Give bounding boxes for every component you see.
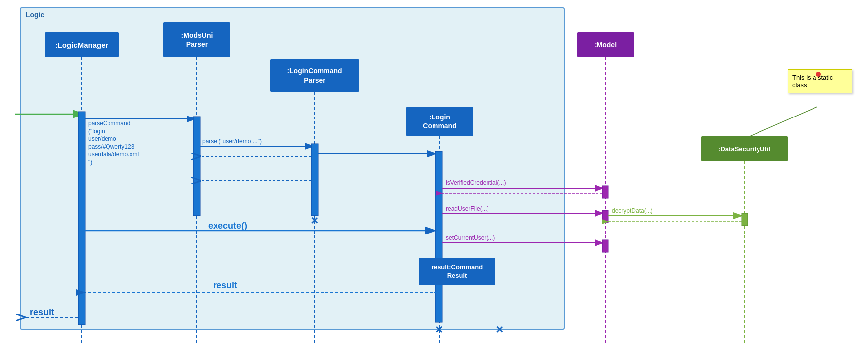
msg-label-result-small: result — [30, 307, 54, 318]
logic-label: Logic — [26, 11, 44, 19]
msg-label-decrypt: decryptData(...) — [612, 207, 653, 214]
x-marker-login-command-2: ✕ — [495, 324, 504, 336]
msg-label-result-large: result — [213, 280, 237, 291]
msg-label-parse-command: parseCommand("loginuser/demopass/#Qwerty… — [88, 120, 139, 167]
activation-data-security — [742, 213, 748, 226]
activation-model-3 — [602, 240, 608, 252]
msg-label-execute: execute() — [208, 221, 247, 231]
lifeline-header-data-security: :DataSecurityUtil — [701, 136, 788, 161]
lifeline-header-logic-manager: :LogicManager — [45, 32, 119, 57]
lifeline-header-mods-parser: :ModsUniParser — [163, 22, 230, 57]
msg-label-is-verified: isVerifiedCredential(...) — [446, 179, 506, 186]
note-connector — [744, 107, 817, 139]
sticky-note-text: This is a static class — [792, 74, 833, 89]
x-marker-login-command-1: ✕ — [435, 324, 443, 336]
lifeline-header-model: :Model — [577, 32, 634, 57]
msg-label-read-user-file: readUserFile(...) — [446, 205, 489, 212]
x-marker-login-cmd-parser: ✕ — [310, 215, 319, 227]
activation-model-2 — [602, 210, 608, 223]
result-command-result-box: result:CommandResult — [419, 258, 495, 285]
sticky-pin — [816, 72, 821, 77]
lifeline-header-login-command: :LoginCommand — [406, 107, 473, 136]
activation-model-1 — [602, 186, 608, 198]
lifeline-header-login-cmd-parser: :LoginCommandParser — [270, 59, 359, 92]
msg-label-parse-user: parse ("user/demo ...") — [202, 138, 262, 145]
msg-label-set-current-user: setCurrentUser(...) — [446, 234, 495, 241]
